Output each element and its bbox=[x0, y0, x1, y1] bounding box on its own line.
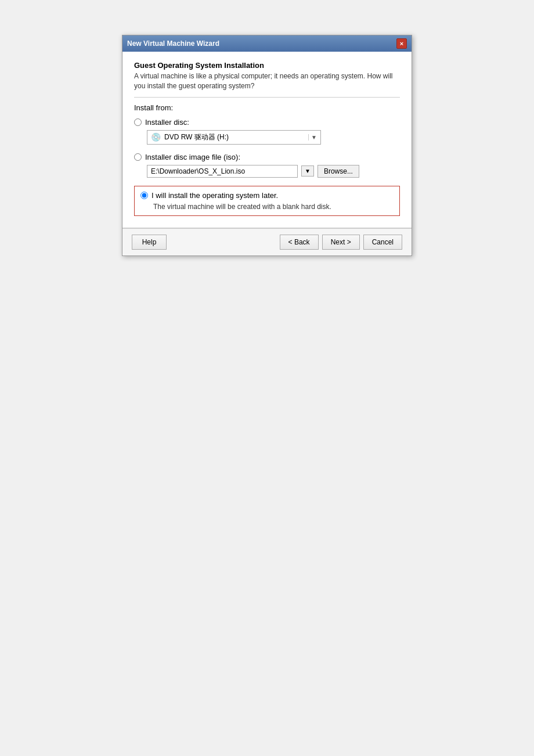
wizard-body: Guest Operating System Installation A vi… bbox=[122, 52, 412, 228]
help-button[interactable]: Help bbox=[132, 235, 167, 250]
install-later-section: I will install the operating system late… bbox=[134, 186, 400, 216]
cancel-button[interactable]: Cancel bbox=[363, 235, 402, 250]
installer-disc-label[interactable]: Installer disc: bbox=[145, 118, 189, 127]
back-button[interactable]: < Back bbox=[280, 235, 319, 250]
divider bbox=[134, 97, 400, 98]
browse-button[interactable]: Browse... bbox=[317, 165, 359, 178]
install-later-desc: The virtual machine will be created with… bbox=[153, 203, 394, 211]
section-title: Guest Operating System Installation bbox=[134, 61, 400, 70]
section-desc: A virtual machine is like a physical com… bbox=[134, 71, 400, 91]
install-later-option[interactable]: I will install the operating system late… bbox=[140, 191, 394, 200]
dvd-dropdown-text: DVD RW 驱动器 (H:) bbox=[164, 132, 306, 142]
iso-path-input[interactable] bbox=[147, 165, 298, 178]
install-later-radio[interactable] bbox=[140, 192, 148, 199]
wizard-footer: Help < Back Next > Cancel bbox=[122, 228, 412, 255]
footer-right: < Back Next > Cancel bbox=[280, 235, 402, 250]
installer-image-group: Installer disc image file (iso): ▼ Brows… bbox=[134, 153, 400, 178]
installer-disc-group: Installer disc: 💿 DVD RW 驱动器 (H:) ▼ bbox=[134, 118, 400, 145]
next-button[interactable]: Next > bbox=[322, 235, 360, 250]
dvd-dropdown-row: 💿 DVD RW 驱动器 (H:) ▼ bbox=[147, 130, 400, 145]
install-from-label: Install from: bbox=[134, 103, 400, 112]
installer-image-option[interactable]: Installer disc image file (iso): bbox=[134, 153, 400, 161]
install-later-label[interactable]: I will install the operating system late… bbox=[151, 191, 278, 200]
iso-row: ▼ Browse... bbox=[147, 165, 400, 178]
title-bar: New Virtual Machine Wizard × bbox=[122, 35, 412, 52]
iso-dropdown-arrow-button[interactable]: ▼ bbox=[301, 165, 314, 177]
dvd-dropdown-arrow-icon[interactable]: ▼ bbox=[308, 134, 317, 141]
dvd-dropdown[interactable]: 💿 DVD RW 驱动器 (H:) ▼ bbox=[147, 130, 321, 145]
footer-left: Help bbox=[132, 235, 167, 250]
section-header: Guest Operating System Installation A vi… bbox=[134, 61, 400, 91]
close-button[interactable]: × bbox=[396, 38, 407, 49]
title-bar-text: New Virtual Machine Wizard bbox=[127, 39, 396, 48]
dvd-icon: 💿 bbox=[151, 132, 161, 142]
installer-disc-radio[interactable] bbox=[134, 118, 142, 126]
installer-image-radio[interactable] bbox=[134, 153, 142, 161]
wizard-window: New Virtual Machine Wizard × Guest Opera… bbox=[122, 35, 412, 256]
installer-image-label[interactable]: Installer disc image file (iso): bbox=[145, 153, 240, 161]
installer-disc-option[interactable]: Installer disc: bbox=[134, 118, 400, 127]
